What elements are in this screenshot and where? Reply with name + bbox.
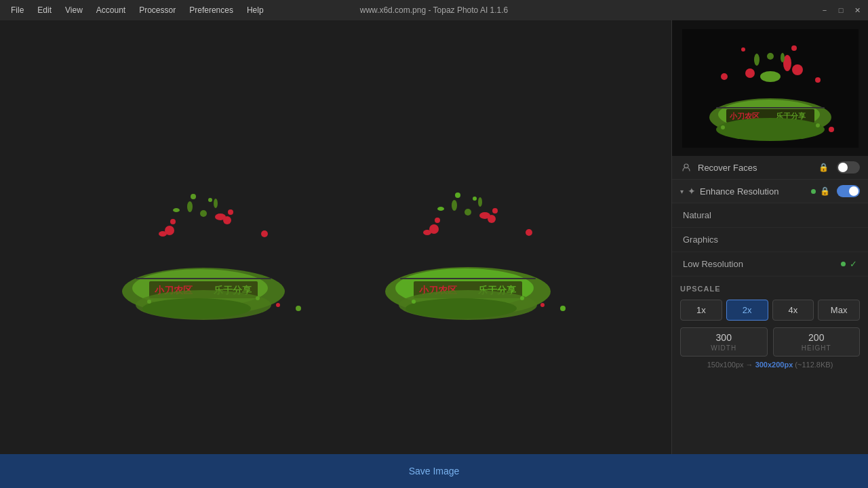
svg-point-7 <box>215 214 226 220</box>
mode-natural[interactable]: Natural <box>672 203 868 228</box>
selected-mode-dot <box>841 262 846 266</box>
dimension-inputs: 300 WIDTH 200 HEIGHT <box>680 327 860 357</box>
svg-point-47 <box>520 296 524 300</box>
canvas-area[interactable]: 小刀农区 乐于分享 <box>0 20 671 488</box>
svg-point-29 <box>478 197 482 207</box>
svg-point-67 <box>754 54 760 66</box>
svg-point-4 <box>214 199 218 208</box>
enhance-chevron-icon: ▾ <box>680 188 684 195</box>
svg-point-32 <box>479 212 490 219</box>
svg-point-46 <box>412 300 416 304</box>
svg-point-79 <box>741 47 745 52</box>
svg-rect-40 <box>400 278 536 279</box>
menu-view[interactable]: View <box>60 4 88 16</box>
enhanced-image: 小刀农区 乐于分享 <box>359 173 576 336</box>
main-layout: 小刀农区 乐于分享 <box>0 20 868 488</box>
svg-point-8 <box>261 230 268 237</box>
width-input-box[interactable]: 300 WIDTH <box>680 327 768 357</box>
height-label: HEIGHT <box>779 344 854 352</box>
minimize-button[interactable]: − <box>819 5 830 16</box>
svg-point-80 <box>791 45 797 51</box>
svg-point-10 <box>170 219 176 224</box>
width-value: 300 <box>686 332 762 343</box>
resolution-arrow: → <box>746 361 755 369</box>
upscale-1x-button[interactable]: 1x <box>680 300 722 321</box>
svg-rect-15 <box>136 278 271 279</box>
menu-edit[interactable]: Edit <box>32 4 57 16</box>
svg-point-77 <box>816 123 820 127</box>
svg-point-14 <box>173 208 180 212</box>
image-container: 小刀农区 乐于分享 <box>85 159 587 349</box>
svg-point-78 <box>829 127 834 132</box>
svg-point-36 <box>423 230 431 235</box>
controls-section: Recover Faces 🔒 ▾ ✦ Enhance Resolution 🔒 <box>672 156 868 488</box>
window-title: www.x6d.com.png - Topaz Photo AI 1.1.6 <box>360 5 509 15</box>
enhance-active-dot <box>811 189 816 194</box>
enhance-sparkle-icon: ✦ <box>688 186 696 197</box>
svg-point-20 <box>142 298 251 319</box>
svg-point-35 <box>435 218 440 223</box>
svg-point-64 <box>745 68 755 78</box>
svg-point-33 <box>526 229 532 236</box>
svg-point-69 <box>815 77 821 83</box>
upscale-label: UPSCALE <box>680 285 860 293</box>
enhance-resolution-header[interactable]: ▾ ✦ Enhance Resolution 🔒 <box>672 180 868 203</box>
svg-point-48 <box>560 306 566 311</box>
height-input-box[interactable]: 200 HEIGHT <box>773 327 861 357</box>
svg-point-66 <box>767 53 774 60</box>
svg-point-37 <box>473 197 477 201</box>
svg-point-38 <box>455 192 460 198</box>
upscale-2x-button[interactable]: 2x <box>726 300 768 321</box>
mode-graphics[interactable]: Graphics <box>672 228 868 252</box>
svg-point-45 <box>406 298 517 319</box>
menu-file[interactable]: File <box>5 4 29 16</box>
recover-faces-label: Recover Faces <box>698 163 813 173</box>
right-panel: 小刀农区 乐于分享 Recover Faces 🔒 <box>671 20 868 488</box>
upscale-buttons-group: 1x 2x 4x Max <box>680 300 860 321</box>
svg-point-22 <box>256 296 260 300</box>
close-button[interactable]: ✕ <box>852 5 863 16</box>
svg-point-27 <box>465 209 471 216</box>
recover-faces-lock-icon: 🔒 <box>818 163 829 172</box>
svg-point-13 <box>191 194 196 199</box>
svg-point-6 <box>228 209 233 215</box>
enhance-resolution-label: Enhance Resolution <box>700 186 807 197</box>
svg-point-62 <box>792 64 803 75</box>
window-controls: − □ ✕ <box>819 5 863 16</box>
svg-point-3 <box>187 201 193 212</box>
mode-low-resolution[interactable]: Low Resolution ✓ <box>672 252 868 277</box>
save-image-button[interactable]: Save Image <box>0 454 868 488</box>
selected-indicators: ✓ <box>841 259 857 269</box>
maximize-button[interactable]: □ <box>835 5 846 16</box>
svg-point-49 <box>540 303 545 307</box>
recover-faces-toggle[interactable] <box>837 161 860 174</box>
right-image-panel: 小刀农区 乐于分享 <box>349 159 587 349</box>
left-image-panel: 小刀农区 乐于分享 <box>85 159 322 349</box>
menu-help[interactable]: Help <box>241 4 269 16</box>
resolution-to: 300x200px <box>755 361 793 369</box>
menu-account[interactable]: Account <box>91 4 131 16</box>
width-label: WIDTH <box>686 344 762 352</box>
recover-faces-icon <box>680 161 692 174</box>
svg-point-76 <box>721 125 725 129</box>
original-image: 小刀农区 乐于分享 <box>95 173 312 336</box>
upscale-section: UPSCALE 1x 2x 4x Max 300 WIDTH 200 HEIGH… <box>672 277 868 377</box>
svg-point-31 <box>492 208 498 214</box>
upscale-4x-button[interactable]: 4x <box>772 300 814 321</box>
svg-point-65 <box>760 71 781 82</box>
selected-check-icon: ✓ <box>850 259 857 269</box>
svg-point-75 <box>716 118 825 141</box>
svg-point-2 <box>200 210 207 217</box>
height-value: 200 <box>779 332 854 343</box>
svg-point-24 <box>276 303 280 307</box>
svg-point-23 <box>296 306 301 311</box>
file-size: (~112.8KB) <box>795 361 833 369</box>
enhance-resolution-toggle[interactable] <box>837 185 860 197</box>
resolution-info: 150x100px → 300x200px (~112.8KB) <box>680 361 860 369</box>
svg-point-70 <box>721 73 728 80</box>
menu-preferences[interactable]: Preferences <box>184 4 239 16</box>
menu-processor[interactable]: Processor <box>134 4 181 16</box>
upscale-max-button[interactable]: Max <box>818 300 860 321</box>
preview-thumbnail: 小刀农区 乐于分享 <box>672 20 868 156</box>
svg-point-68 <box>781 53 785 62</box>
